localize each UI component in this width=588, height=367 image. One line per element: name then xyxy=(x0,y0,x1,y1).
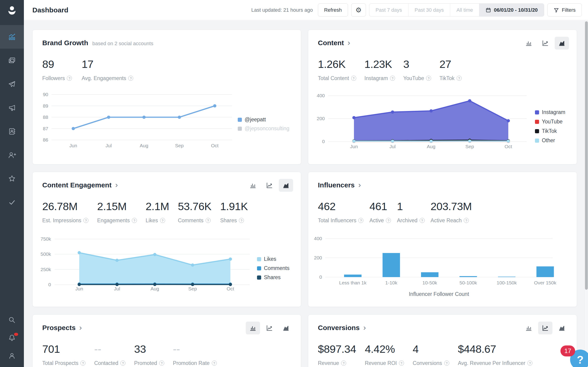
stat-revenue-roi: 4.42% Revenue ROI? xyxy=(365,343,404,366)
chevron-right-icon[interactable]: › xyxy=(363,324,366,331)
help-icon[interactable]: ? xyxy=(83,218,88,223)
legend-item[interactable]: @jepsonconsulting xyxy=(238,125,289,132)
brand-growth-card: Brand Growth based on 2 social accounts … xyxy=(32,30,301,165)
sidebar-item-add-user[interactable] xyxy=(0,143,24,167)
legend-item[interactable]: Other xyxy=(535,137,565,144)
sidebar-item-contacts[interactable] xyxy=(0,119,24,143)
help-icon[interactable]: ? xyxy=(351,76,356,81)
help-icon[interactable]: ? xyxy=(160,218,165,223)
campaigns-icon xyxy=(8,104,16,112)
legend-item[interactable]: Shares xyxy=(257,274,289,281)
refresh-button[interactable]: Refresh xyxy=(318,3,348,17)
chevron-right-icon[interactable]: › xyxy=(115,182,118,188)
help-icon[interactable]: ? xyxy=(132,218,137,223)
help-icon[interactable]: ? xyxy=(457,76,462,81)
help-icon[interactable]: ? xyxy=(341,361,346,366)
stat-value: $448.67 xyxy=(458,343,533,355)
chart-type-line-button[interactable] xyxy=(262,179,277,192)
help-icon[interactable]: ? xyxy=(386,218,391,223)
stat-est-impressions: 26.78M Est. Impressions? xyxy=(42,200,88,224)
sidebar-item-analytics[interactable] xyxy=(0,25,24,49)
help-icon[interactable]: ? xyxy=(420,218,425,223)
chevron-right-icon[interactable]: › xyxy=(358,182,361,188)
engagement-stats: 26.78M Est. Impressions? 2.15M Engagemen… xyxy=(42,200,248,224)
legend-item[interactable]: YouTube xyxy=(535,119,565,125)
chart-type-area-button[interactable] xyxy=(279,179,293,192)
sidebar-bottom xyxy=(0,311,24,367)
stat-value: -- xyxy=(173,343,217,355)
help-icon[interactable]: ? xyxy=(128,76,133,81)
chevron-right-icon[interactable]: › xyxy=(79,324,82,331)
stat-total-prospects: 701 Total Prospects? xyxy=(42,343,86,366)
stat-value: 203.73M xyxy=(431,200,472,212)
help-icon[interactable]: ? xyxy=(159,361,164,366)
sidebar-item-favorites[interactable] xyxy=(0,167,24,190)
chevron-right-icon[interactable]: › xyxy=(347,40,350,46)
stat-tiktok: 27 TikTok? xyxy=(439,58,462,81)
content-card: Content › xyxy=(308,30,577,165)
chart-type-line-button[interactable] xyxy=(538,322,552,334)
help-icon[interactable]: ? xyxy=(464,218,469,223)
stat-value: 1.91K xyxy=(220,200,248,212)
scrollbar-thumb[interactable] xyxy=(585,21,588,290)
stat-value: 2.15M xyxy=(97,200,137,212)
sidebar-item-campaigns[interactable] xyxy=(0,96,24,119)
legend-item[interactable]: @jeepatt xyxy=(238,117,289,123)
stat-value: -- xyxy=(94,343,125,355)
chart-type-bar-button[interactable] xyxy=(246,322,260,334)
brand-growth-subtitle: based on 2 social accounts xyxy=(92,41,153,47)
chart-type-area-button[interactable] xyxy=(555,37,569,50)
sidebar-item-profile[interactable] xyxy=(0,347,24,365)
help-icon[interactable]: ? xyxy=(444,361,449,366)
stat-value: $897.34 xyxy=(318,343,356,355)
help-icon[interactable]: ? xyxy=(80,361,86,366)
settings-button[interactable]: ⚙ xyxy=(351,3,366,17)
chart-type-bar-button[interactable] xyxy=(246,179,260,192)
chart-type-bar-button[interactable] xyxy=(522,322,536,334)
legend-swatch xyxy=(257,257,261,261)
sidebar-item-notifications[interactable] xyxy=(0,329,24,347)
area-chart-icon xyxy=(558,325,565,332)
help-icon[interactable]: ? xyxy=(212,361,217,366)
card-title-influencers: Influencers xyxy=(318,181,355,189)
app-logo[interactable] xyxy=(0,0,24,20)
help-icon[interactable]: ? xyxy=(358,218,363,223)
legend-item[interactable]: TikTok xyxy=(535,128,565,134)
chart-type-line-button[interactable] xyxy=(262,322,277,334)
media-icon xyxy=(8,56,16,65)
card-title-content-engagement: Content Engagement xyxy=(42,181,112,189)
svg-text:0: 0 xyxy=(322,139,325,144)
legend-item[interactable]: Instagram xyxy=(535,109,565,115)
help-icon[interactable]: ? xyxy=(120,361,125,366)
help-icon[interactable]: ? xyxy=(426,76,431,81)
legend-item[interactable]: Likes xyxy=(257,256,289,262)
chart-type-bar-button[interactable] xyxy=(522,37,536,50)
help-icon[interactable]: ? xyxy=(390,76,395,81)
chart-type-line-button[interactable] xyxy=(538,37,552,50)
header-actions: Last updated: 21 hours ago Refresh ⚙ Pas… xyxy=(251,3,582,17)
help-icon[interactable]: ? xyxy=(206,218,211,223)
chart-type-area-button[interactable] xyxy=(279,322,293,334)
bar-chart-icon xyxy=(250,325,256,332)
range-custom-dates[interactable]: 06/01/20 - 10/31/20 xyxy=(479,4,544,16)
chart-type-area-button[interactable] xyxy=(555,322,569,334)
sidebar-item-search[interactable] xyxy=(0,311,24,329)
help-icon[interactable]: ? xyxy=(67,76,72,81)
scrollbar-track[interactable] xyxy=(584,20,588,367)
filters-button[interactable]: Filters xyxy=(547,3,582,17)
sidebar-item-tasks[interactable] xyxy=(0,190,24,214)
help-icon[interactable]: ? xyxy=(399,361,404,366)
help-icon[interactable]: ? xyxy=(239,218,244,223)
help-icon[interactable]: ? xyxy=(527,361,532,366)
svg-text:400: 400 xyxy=(317,93,325,98)
help-unread-badge[interactable]: 17 xyxy=(561,345,575,357)
range-past-7-days[interactable]: Past 7 days xyxy=(369,4,408,16)
legend-item[interactable]: Comments xyxy=(257,265,289,271)
stat-avg-revenue-per-influencer: $448.67 Avg. Revenue Per Influencer? xyxy=(458,343,533,366)
range-all-time[interactable]: All time xyxy=(450,4,479,16)
stat-shares: 1.91K Shares? xyxy=(220,200,248,224)
sidebar-item-send[interactable] xyxy=(0,72,24,96)
sidebar-item-media[interactable] xyxy=(0,49,24,72)
range-past-30-days[interactable]: Past 30 days xyxy=(408,4,450,16)
stat-value: 461 xyxy=(369,200,391,212)
